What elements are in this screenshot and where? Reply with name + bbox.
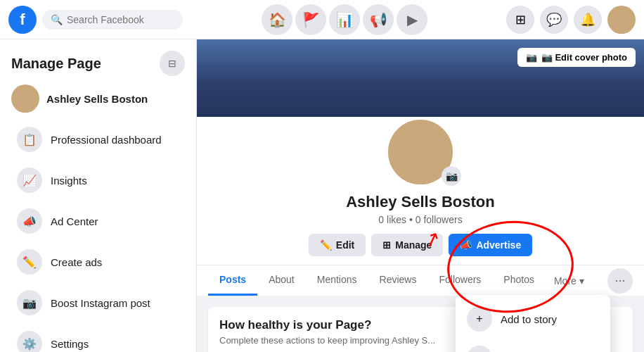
svg-point-3 [15,103,36,113]
settings-icon: ⚙️ [17,331,42,352]
sidebar-item-label: Boost Instagram post [51,297,150,309]
sidebar-item-label: Insights [51,175,87,187]
tab-photos[interactable]: Photos [492,265,546,296]
tab-reviews[interactable]: Reviews [368,265,428,296]
messenger-icon[interactable]: 💬 [540,6,568,34]
manage-button[interactable]: ⊞ Manage [371,234,443,256]
page-name: Ashley Sells Boston [46,93,148,105]
tab-ellipsis-button[interactable]: ··· [607,268,633,294]
page-avatar [11,84,39,113]
top-navigation: f 🔍 🏠 🚩 📊 📢 ▶ ⊞ 💬 🔔 [0,0,644,39]
sidebar-header: Manage Page ⊟ [0,45,196,79]
dropdown-menu: + Add to story 👁 View As ✏️ Edit Action … [456,295,610,352]
user-avatar[interactable] [607,6,636,34]
create-ads-icon: ✏️ [17,249,42,275]
profile-avatar-container: 📷 [197,117,644,187]
dropdown-item-add-to-story[interactable]: + Add to story [456,299,610,339]
sidebar-item-create-ads[interactable]: ✏️ Create ads [6,242,191,282]
sidebar-item-label: Ad Center [51,215,98,227]
avatar-camera-icon[interactable]: 📷 [442,166,461,186]
svg-point-2 [19,89,32,102]
edit-label: Edit [336,239,354,251]
search-icon: 🔍 [51,14,63,25]
play-icon[interactable]: ▶ [397,4,427,35]
profile-stats: 0 likes • 0 followers [197,214,644,225]
page-item[interactable]: Ashley Sells Boston [0,79,196,118]
manage-icon: ⊞ [382,239,391,251]
nav-right: ⊞ 💬 🔔 [506,6,636,34]
home-icon[interactable]: 🏠 [262,4,292,35]
manage-label: Manage [395,239,432,251]
bell-icon[interactable]: 🔔 [574,6,602,34]
tabs-bar: Posts About Mentions Reviews Followers P… [197,265,644,296]
tab-followers[interactable]: Followers [427,265,492,296]
boost-instagram-icon: 📷 [17,290,42,315]
sidebar-collapse-button[interactable]: ⊟ [160,51,185,76]
advertise-label: Advertise [476,239,521,251]
edit-cover-button[interactable]: 📷 📷 Edit cover photo [517,48,636,67]
view-as-icon: 👁 [467,346,492,352]
main-content: 📷 📷 Edit cover photo 📷 Ashley Sells Bost… [197,39,644,352]
svg-point-4 [404,126,437,158]
edit-icon: ✏️ [320,239,332,251]
dropdown-item-view-as[interactable]: 👁 View As [456,339,610,352]
ad-center-icon: 📣 [17,208,42,234]
megaphone-icon[interactable]: 📢 [363,4,394,35]
sidebar-item-label: Professional dashboard [51,134,162,146]
profile-section: 📷 Ashley Sells Boston 0 likes • 0 follow… [197,117,644,296]
nav-icons: 🏠 🚩 📊 📢 ▶ [188,4,501,35]
professional-dashboard-icon: 📋 [17,127,42,152]
tab-more[interactable]: More ▾ [546,267,593,295]
sidebar-item-label: Create ads [51,256,102,268]
add-to-story-label: Add to story [501,313,557,325]
tab-mentions[interactable]: Mentions [306,265,368,296]
sidebar-item-label: Settings [51,338,89,350]
chevron-down-icon: ▾ [579,275,584,287]
svg-point-5 [396,156,445,187]
tab-about[interactable]: About [257,265,306,296]
more-label: More [554,275,577,287]
profile-name: Ashley Sells Boston [197,193,644,211]
search-bar[interactable]: 🔍 [42,10,183,30]
advertise-icon: 📣 [460,239,472,251]
svg-point-1 [612,24,631,34]
tab-posts[interactable]: Posts [208,265,257,296]
sidebar-item-ad-center[interactable]: 📣 Ad Center [6,201,191,241]
edit-button[interactable]: ✏️ Edit [309,234,366,256]
camera-icon: 📷 [526,52,537,63]
sidebar-item-professional-dashboard[interactable]: 📋 Professional dashboard [6,120,191,159]
chart-icon[interactable]: 📊 [329,4,360,35]
svg-point-0 [616,10,627,21]
flag-icon[interactable]: 🚩 [295,4,326,35]
sidebar-item-insights[interactable]: 📈 Insights [6,161,191,200]
edit-cover-label: 📷 Edit cover photo [541,52,627,63]
sidebar: Manage Page ⊟ Ashley Sells Boston 📋 Prof… [0,39,197,352]
facebook-logo[interactable]: f [8,6,37,34]
sidebar-title: Manage Page [11,56,101,72]
apps-icon[interactable]: ⊞ [506,6,534,34]
profile-advertise-button[interactable]: 📣 Advertise [449,234,532,256]
sidebar-item-settings[interactable]: ⚙️ Settings [6,324,191,352]
main-layout: Manage Page ⊟ Ashley Sells Boston 📋 Prof… [0,39,644,352]
sidebar-item-boost-instagram[interactable]: 📷 Boost Instagram post [6,283,191,322]
insights-icon: 📈 [17,168,42,193]
search-input[interactable] [67,14,174,25]
add-to-story-icon: + [467,306,492,332]
profile-actions: ✏️ Edit ⊞ Manage 📣 Advertise [197,234,644,265]
